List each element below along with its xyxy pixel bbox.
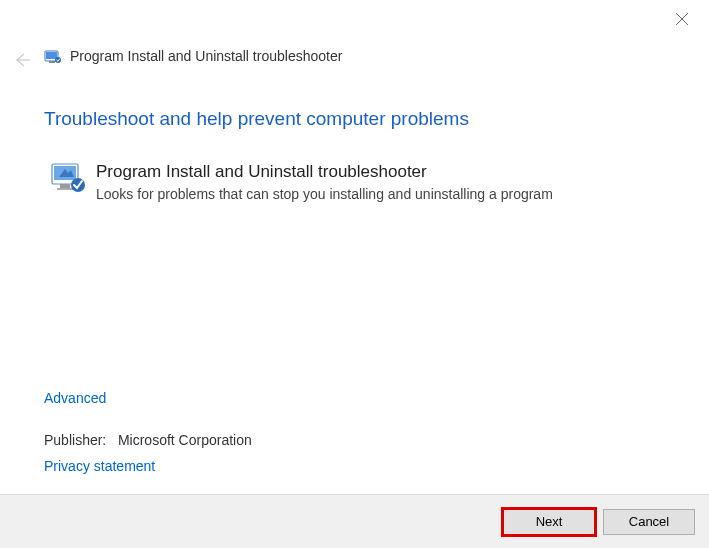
svg-rect-10 (60, 184, 70, 188)
program-name: Program Install and Uninstall troublesho… (96, 162, 427, 182)
publisher-label: Publisher: (44, 432, 106, 448)
close-icon (675, 13, 689, 29)
publisher-info: Publisher: Microsoft Corporation (44, 432, 252, 448)
advanced-link[interactable]: Advanced (44, 390, 106, 406)
svg-rect-4 (46, 52, 57, 59)
footer-bar: Next Cancel (0, 494, 709, 548)
cancel-button[interactable]: Cancel (603, 509, 695, 535)
svg-rect-11 (57, 188, 73, 190)
svg-rect-5 (49, 61, 55, 63)
back-button (12, 50, 32, 70)
program-description: Looks for problems that can stop you ins… (96, 186, 553, 202)
troubleshooter-icon (50, 160, 86, 196)
window-title: Program Install and Uninstall troublesho… (70, 48, 342, 64)
app-icon (44, 48, 62, 66)
next-button[interactable]: Next (503, 509, 595, 535)
main-heading: Troubleshoot and help prevent computer p… (44, 108, 469, 130)
close-button[interactable] (675, 12, 691, 28)
svg-point-6 (55, 57, 61, 63)
publisher-value: Microsoft Corporation (118, 432, 252, 448)
privacy-statement-link[interactable]: Privacy statement (44, 458, 155, 474)
back-arrow-icon (12, 57, 32, 73)
